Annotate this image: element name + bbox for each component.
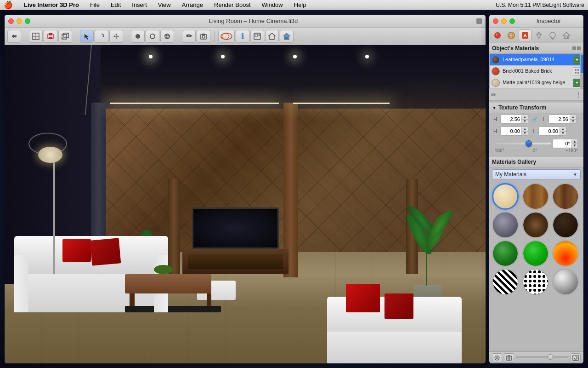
rotation-down[interactable]: ▼ — [572, 144, 577, 148]
svg-point-16 — [165, 35, 170, 37]
tab-gem[interactable] — [532, 29, 545, 41]
materials-grid-icon[interactable] — [577, 46, 581, 50]
materials-scroll-thumb[interactable] — [581, 55, 583, 73]
scale-x-input[interactable]: 2.56 — [501, 115, 521, 123]
desktop: Living Room – Home Cinema.li3d — [0, 10, 588, 368]
scale-y-input[interactable]: 2.56 — [549, 115, 570, 123]
inspector-max-btn[interactable] — [509, 18, 515, 24]
swatch-brick — [492, 67, 500, 75]
menu-help[interactable]: Help — [292, 1, 308, 8]
menu-insert[interactable]: Insert — [130, 1, 149, 8]
materials-scrollbar[interactable] — [580, 54, 583, 89]
tab-3d-object[interactable] — [505, 29, 518, 41]
plan-view-btn[interactable] — [250, 30, 264, 43]
close-button[interactable] — [8, 18, 14, 24]
gallery-item-fire[interactable] — [552, 240, 579, 267]
material-item-leather[interactable]: Leather/pamela_09014 — [490, 54, 583, 66]
view-3d-btn[interactable] — [58, 30, 72, 43]
app-name[interactable]: Live Interior 3D Pro — [22, 1, 81, 8]
gallery-item-chrome[interactable] — [552, 269, 579, 295]
tab-light[interactable] — [546, 29, 559, 41]
menu-arrange[interactable]: Arrange — [180, 1, 205, 8]
exterior-btn[interactable] — [265, 30, 279, 43]
rotation-section: ▲ ▼ 180° 0° −180° — [489, 137, 583, 155]
spot-light-2 — [221, 55, 225, 58]
tab-paint[interactable] — [519, 29, 531, 41]
tab-materials[interactable] — [491, 29, 504, 41]
inspector-scroll-area[interactable]: Object's Materials Leather/pamela_09014 — [489, 43, 583, 351]
svg-rect-38 — [577, 69, 579, 71]
svg-rect-24 — [285, 37, 288, 39]
expand-btn[interactable] — [571, 353, 581, 362]
lamp-shade — [38, 147, 62, 163]
settings-btn[interactable] — [492, 353, 502, 362]
maximize-button[interactable] — [25, 18, 30, 24]
measure-btn[interactable]: ✏ — [182, 30, 196, 43]
materials-list-icon[interactable] — [572, 46, 576, 50]
menu-window[interactable]: Window — [260, 1, 285, 8]
rotation-slider-track[interactable] — [495, 143, 551, 144]
svg-point-11 — [136, 34, 140, 39]
offset-x-down[interactable]: ▼ — [522, 132, 528, 135]
link-icon[interactable]: 🔗 — [530, 116, 538, 122]
sphere-btn[interactable] — [131, 30, 145, 43]
gallery-item-green2[interactable] — [522, 240, 549, 267]
scale-y-down[interactable]: ▼ — [570, 120, 576, 123]
material-item-brick[interactable]: Brick/001 Baked Brick — [490, 66, 583, 77]
rotation-slider-thumb[interactable] — [526, 140, 532, 147]
zoom-slider-track[interactable] — [516, 356, 569, 358]
gallery-item-cream[interactable] — [492, 183, 519, 210]
gallery-item-wood1[interactable] — [522, 183, 549, 210]
menu-view[interactable]: View — [156, 1, 173, 8]
select-tool-btn[interactable] — [80, 30, 94, 43]
gallery-dropdown[interactable]: My Materials ▼ — [492, 169, 581, 179]
rotation-stepper: ▲ ▼ — [571, 140, 577, 148]
offset-x-stepper: ▲ ▼ — [521, 127, 528, 135]
back-forward-btn[interactable] — [7, 30, 21, 43]
scale-x-input-group: 2.56 ▲ ▼ — [500, 115, 528, 124]
photo-btn[interactable] — [504, 353, 514, 362]
menu-dots-icon[interactable]: ⋮ — [575, 91, 582, 98]
menu-render-boost[interactable]: Render Boost — [212, 1, 253, 8]
main-window: Living Room – Home Cinema.li3d — [5, 15, 486, 363]
gallery-item-green1[interactable] — [492, 240, 519, 267]
scale-x-down[interactable]: ▼ — [522, 120, 528, 123]
view-2d-btn[interactable] — [29, 30, 43, 43]
camera-btn[interactable] — [197, 30, 210, 43]
gallery-item-verydark[interactable] — [552, 212, 579, 238]
info-btn[interactable]: ℹ — [236, 30, 249, 43]
move-tool-btn[interactable] — [109, 30, 123, 43]
gallery-item-zebra[interactable] — [492, 269, 519, 295]
menu-file[interactable]: File — [88, 1, 102, 8]
pencil-icon[interactable]: ✏ — [491, 91, 497, 98]
gallery-item-spots[interactable] — [522, 269, 549, 295]
offset-x-input[interactable]: 0.00 — [501, 127, 521, 135]
menu-edit[interactable]: Edit — [109, 1, 123, 8]
offset-y-down[interactable]: ▼ — [560, 132, 566, 135]
apple-menu[interactable]: 🍎 — [4, 0, 13, 9]
texture-transform-header: ▼ Texture Transform — [489, 103, 583, 113]
inspector-panel: Inspector — [489, 15, 583, 363]
viewport-3d[interactable] — [5, 45, 486, 363]
preview-btn[interactable] — [146, 30, 159, 43]
orbit-btn[interactable] — [218, 30, 235, 43]
tab-house[interactable] — [560, 29, 573, 41]
zoom-slider-thumb[interactable] — [548, 354, 553, 360]
material-name-brick: Brick/001 Baked Brick — [503, 68, 570, 74]
view-print-btn[interactable] — [44, 30, 57, 43]
rotation-input[interactable] — [553, 139, 571, 148]
camera3d-btn[interactable] — [280, 30, 294, 43]
inspector-close-btn[interactable] — [493, 18, 498, 24]
render-btn[interactable] — [160, 30, 174, 43]
gallery-item-darkwood[interactable] — [522, 212, 549, 238]
rotate-tool-btn[interactable] — [95, 30, 108, 43]
gallery-item-stone[interactable] — [492, 212, 519, 238]
window-resize-btn[interactable] — [476, 18, 482, 24]
inspector-min-btn[interactable] — [501, 18, 507, 24]
offset-y-input[interactable]: 0.00 — [539, 127, 560, 135]
minimize-button[interactable] — [17, 18, 22, 24]
scale-x-row: H 2.56 ▲ ▼ 🔗 I 2.56 ▲ ▼ — [489, 113, 583, 125]
material-item-matte[interactable]: Matte paint/1019 grey beige — [490, 77, 583, 89]
render-group — [131, 30, 174, 43]
gallery-item-wood2[interactable] — [552, 183, 579, 210]
